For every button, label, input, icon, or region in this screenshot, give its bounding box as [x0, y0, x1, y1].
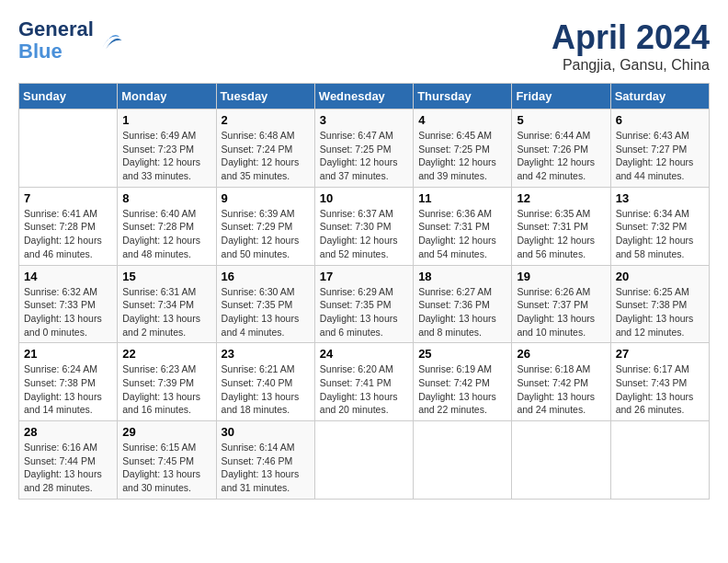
calendar-cell: 14Sunrise: 6:32 AMSunset: 7:33 PMDayligh…: [19, 265, 118, 343]
day-info: Sunrise: 6:14 AMSunset: 7:46 PMDaylight:…: [222, 441, 310, 495]
calendar-cell: 23Sunrise: 6:21 AMSunset: 7:40 PMDayligh…: [216, 343, 314, 421]
calendar-cell: 9Sunrise: 6:39 AMSunset: 7:29 PMDaylight…: [216, 187, 314, 265]
day-number: 3: [320, 113, 408, 127]
logo-text: General Blue: [18, 18, 94, 63]
logo: General Blue: [18, 18, 123, 63]
logo-icon: [96, 27, 123, 54]
day-info: Sunrise: 6:29 AMSunset: 7:35 PMDaylight:…: [320, 285, 408, 339]
day-number: 6: [616, 113, 704, 127]
day-number: 17: [320, 270, 408, 283]
calendar-cell: 25Sunrise: 6:19 AMSunset: 7:42 PMDayligh…: [414, 343, 512, 421]
day-number: 11: [418, 191, 506, 205]
day-number: 15: [122, 270, 210, 283]
day-info: Sunrise: 6:49 AMSunset: 7:23 PMDaylight:…: [122, 129, 210, 183]
calendar-cell: 1Sunrise: 6:49 AMSunset: 7:23 PMDaylight…: [118, 109, 216, 188]
day-number: 20: [616, 270, 704, 283]
calendar-header-row: SundayMondayTuesdayWednesdayThursdayFrid…: [19, 84, 710, 109]
day-info: Sunrise: 6:34 AMSunset: 7:32 PMDaylight:…: [616, 207, 704, 261]
day-info: Sunrise: 6:37 AMSunset: 7:30 PMDaylight:…: [320, 207, 408, 261]
day-info: Sunrise: 6:39 AMSunset: 7:29 PMDaylight:…: [222, 207, 310, 261]
day-number: 30: [222, 425, 310, 439]
day-number: 8: [122, 191, 210, 205]
calendar-cell: 12Sunrise: 6:35 AMSunset: 7:31 PMDayligh…: [512, 187, 610, 265]
day-number: 19: [517, 270, 605, 283]
day-info: Sunrise: 6:21 AMSunset: 7:40 PMDaylight:…: [222, 362, 310, 417]
day-info: Sunrise: 6:41 AMSunset: 7:28 PMDaylight:…: [24, 207, 112, 261]
day-info: Sunrise: 6:27 AMSunset: 7:36 PMDaylight:…: [418, 285, 506, 339]
calendar-cell: 24Sunrise: 6:20 AMSunset: 7:41 PMDayligh…: [314, 343, 413, 421]
day-info: Sunrise: 6:15 AMSunset: 7:45 PMDaylight:…: [122, 441, 210, 495]
logo-line2: Blue: [18, 40, 63, 63]
calendar-cell: 27Sunrise: 6:17 AMSunset: 7:43 PMDayligh…: [610, 343, 709, 421]
day-number: 10: [320, 191, 408, 205]
day-info: Sunrise: 6:40 AMSunset: 7:28 PMDaylight:…: [122, 207, 210, 261]
day-info: Sunrise: 6:32 AMSunset: 7:33 PMDaylight:…: [24, 285, 112, 339]
calendar-cell: 19Sunrise: 6:26 AMSunset: 7:37 PMDayligh…: [512, 265, 610, 343]
day-info: Sunrise: 6:36 AMSunset: 7:31 PMDaylight:…: [418, 207, 506, 261]
day-number: 2: [222, 113, 310, 127]
day-info: Sunrise: 6:48 AMSunset: 7:24 PMDaylight:…: [222, 129, 310, 183]
calendar-week-row: 28Sunrise: 6:16 AMSunset: 7:44 PMDayligh…: [19, 421, 710, 500]
day-number: 1: [122, 113, 210, 127]
calendar-cell: 13Sunrise: 6:34 AMSunset: 7:32 PMDayligh…: [610, 187, 709, 265]
day-number: 22: [122, 347, 210, 361]
calendar-cell: [314, 421, 413, 500]
day-number: 12: [517, 191, 605, 205]
day-info: Sunrise: 6:45 AMSunset: 7:25 PMDaylight:…: [418, 129, 506, 183]
day-info: Sunrise: 6:24 AMSunset: 7:38 PMDaylight:…: [24, 362, 112, 417]
calendar-cell: 20Sunrise: 6:25 AMSunset: 7:38 PMDayligh…: [610, 265, 709, 343]
calendar-cell: 30Sunrise: 6:14 AMSunset: 7:46 PMDayligh…: [216, 421, 314, 500]
day-info: Sunrise: 6:35 AMSunset: 7:31 PMDaylight:…: [517, 207, 605, 261]
day-info: Sunrise: 6:43 AMSunset: 7:27 PMDaylight:…: [616, 129, 704, 183]
calendar-cell: 8Sunrise: 6:40 AMSunset: 7:28 PMDaylight…: [118, 187, 216, 265]
day-number: 24: [320, 347, 408, 361]
calendar-cell: 17Sunrise: 6:29 AMSunset: 7:35 PMDayligh…: [314, 265, 413, 343]
day-info: Sunrise: 6:30 AMSunset: 7:35 PMDaylight:…: [222, 285, 310, 339]
calendar-cell: 28Sunrise: 6:16 AMSunset: 7:44 PMDayligh…: [19, 421, 118, 500]
calendar-cell: [414, 421, 512, 500]
calendar-cell: 4Sunrise: 6:45 AMSunset: 7:25 PMDaylight…: [414, 109, 512, 188]
day-number: 27: [616, 347, 704, 361]
calendar-cell: [512, 421, 610, 500]
day-number: 26: [517, 347, 605, 361]
calendar-cell: 16Sunrise: 6:30 AMSunset: 7:35 PMDayligh…: [216, 265, 314, 343]
calendar-cell: 26Sunrise: 6:18 AMSunset: 7:42 PMDayligh…: [512, 343, 610, 421]
calendar-cell: 29Sunrise: 6:15 AMSunset: 7:45 PMDayligh…: [118, 421, 216, 500]
day-info: Sunrise: 6:18 AMSunset: 7:42 PMDaylight:…: [517, 362, 605, 417]
calendar-week-row: 7Sunrise: 6:41 AMSunset: 7:28 PMDaylight…: [19, 187, 710, 265]
calendar-cell: 7Sunrise: 6:41 AMSunset: 7:28 PMDaylight…: [19, 187, 118, 265]
calendar-week-row: 1Sunrise: 6:49 AMSunset: 7:23 PMDaylight…: [19, 109, 710, 188]
day-number: 7: [24, 191, 112, 205]
title-block: April 2024 Pangjia, Gansu, China: [552, 18, 710, 74]
calendar-week-row: 14Sunrise: 6:32 AMSunset: 7:33 PMDayligh…: [19, 265, 710, 343]
day-number: 29: [122, 425, 210, 439]
day-number: 4: [418, 113, 506, 127]
calendar-cell: 22Sunrise: 6:23 AMSunset: 7:39 PMDayligh…: [118, 343, 216, 421]
calendar-cell: [19, 109, 118, 188]
header-saturday: Saturday: [610, 84, 709, 109]
day-number: 18: [418, 270, 506, 283]
calendar-cell: [610, 421, 709, 500]
calendar-cell: 6Sunrise: 6:43 AMSunset: 7:27 PMDaylight…: [610, 109, 709, 188]
day-number: 21: [24, 347, 112, 361]
day-info: Sunrise: 6:16 AMSunset: 7:44 PMDaylight:…: [24, 441, 112, 495]
calendar-week-row: 21Sunrise: 6:24 AMSunset: 7:38 PMDayligh…: [19, 343, 710, 421]
day-info: Sunrise: 6:31 AMSunset: 7:34 PMDaylight:…: [122, 285, 210, 339]
day-number: 5: [517, 113, 605, 127]
day-number: 14: [24, 270, 112, 283]
sub-title: Pangjia, Gansu, China: [552, 57, 710, 74]
day-info: Sunrise: 6:47 AMSunset: 7:25 PMDaylight:…: [320, 129, 408, 183]
day-info: Sunrise: 6:26 AMSunset: 7:37 PMDaylight:…: [517, 285, 605, 339]
day-number: 13: [616, 191, 704, 205]
calendar-cell: 18Sunrise: 6:27 AMSunset: 7:36 PMDayligh…: [414, 265, 512, 343]
day-info: Sunrise: 6:19 AMSunset: 7:42 PMDaylight:…: [418, 362, 506, 417]
header-wednesday: Wednesday: [314, 84, 413, 109]
calendar-table: SundayMondayTuesdayWednesdayThursdayFrid…: [18, 83, 710, 500]
calendar-cell: 2Sunrise: 6:48 AMSunset: 7:24 PMDaylight…: [216, 109, 314, 188]
main-title: April 2024: [552, 18, 710, 57]
day-number: 9: [222, 191, 310, 205]
day-info: Sunrise: 6:20 AMSunset: 7:41 PMDaylight:…: [320, 362, 408, 417]
day-number: 25: [418, 347, 506, 361]
calendar-cell: 11Sunrise: 6:36 AMSunset: 7:31 PMDayligh…: [414, 187, 512, 265]
calendar-cell: 21Sunrise: 6:24 AMSunset: 7:38 PMDayligh…: [19, 343, 118, 421]
